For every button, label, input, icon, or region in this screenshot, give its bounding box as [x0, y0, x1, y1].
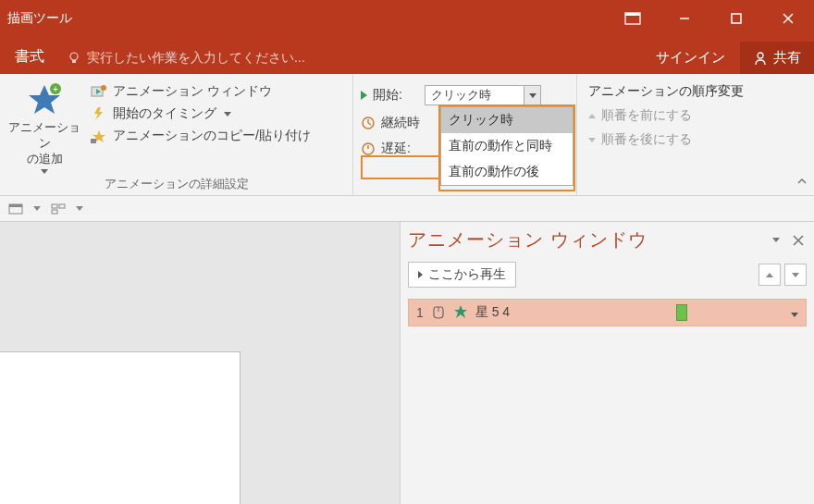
dropdown-option-with-previous[interactable]: 直前の動作と同時: [441, 133, 573, 159]
play-from-button[interactable]: ここから再生: [408, 262, 516, 288]
group-reorder: アニメーションの順序変更 順番を前にする 順番を後にする: [577, 74, 814, 195]
slide-canvas[interactable]: [0, 351, 240, 504]
svg-rect-3: [732, 14, 741, 23]
tell-me-placeholder: 実行したい作業を入力してください...: [87, 50, 305, 67]
svg-rect-1: [625, 13, 640, 16]
animation-pane-title: アニメーション ウィンドウ: [408, 227, 762, 252]
animation-timeline-bar[interactable]: [676, 304, 687, 321]
animation-object-name: 星 5 4: [475, 304, 510, 321]
svg-point-6: [70, 53, 78, 60]
add-animation-button[interactable]: + アニメーション の追加: [7, 78, 81, 174]
play-from-label: ここから再生: [428, 266, 506, 283]
maximize-button[interactable]: [710, 0, 762, 37]
group-advanced-animation: + アニメーション の追加 アニメーション ウィンドウ 開始のタイミング アニメ…: [0, 74, 353, 195]
move-later-label: 順番を後にする: [601, 131, 692, 148]
chevron-up-icon: [796, 175, 808, 188]
animation-item-menu-button[interactable]: [791, 305, 798, 320]
ribbon: + アニメーション の追加 アニメーション ウィンドウ 開始のタイミング アニメ…: [0, 74, 814, 196]
animation-painter-button[interactable]: アニメーションのコピー/貼り付け: [91, 128, 311, 144]
slide-edit-area[interactable]: [0, 222, 400, 504]
animation-painter-label: アニメーションのコピー/貼り付け: [113, 128, 311, 144]
move-earlier-label: 順番を前にする: [601, 107, 692, 124]
title-bar: 描画ツール: [0, 0, 814, 37]
animation-pane-icon: [91, 84, 107, 99]
share-person-icon: [753, 51, 768, 66]
play-start-icon: [361, 91, 367, 100]
outline-icon: [51, 203, 66, 215]
tell-me-search[interactable]: 実行したい作業を入力してください...: [59, 43, 641, 74]
svg-point-14: [101, 85, 106, 91]
collapse-ribbon-button[interactable]: [796, 175, 808, 191]
start-value: クリック時: [426, 87, 524, 104]
arrow-down-icon: [792, 273, 799, 277]
animation-pane-label: アニメーション ウィンドウ: [113, 83, 272, 100]
ribbon-tab-row: 書式 実行したい作業を入力してください... サインイン 共有: [0, 37, 814, 74]
delay-label: 遅延:: [381, 141, 427, 157]
pane-options-button[interactable]: [768, 232, 784, 249]
arrow-down-icon: [588, 138, 596, 142]
chevron-down-icon: [76, 206, 83, 211]
svg-rect-27: [52, 210, 57, 214]
svg-line-20: [368, 123, 371, 125]
entrance-star-icon: [453, 304, 468, 322]
view-shortcuts-bar: [0, 196, 814, 222]
reorder-title: アニメーションの順序変更: [588, 83, 807, 100]
animation-list-item[interactable]: 1 星 5 4: [408, 299, 807, 326]
move-down-button[interactable]: [784, 264, 807, 286]
thumbnail-icon: [8, 203, 23, 215]
duration-clock-icon: [361, 116, 376, 130]
minimize-button[interactable]: [659, 0, 710, 37]
move-earlier-button[interactable]: 順番を前にする: [588, 107, 807, 124]
start-dropdown[interactable]: クリック時: [425, 85, 541, 105]
dropdown-option-on-click[interactable]: クリック時: [441, 107, 573, 133]
sign-in-link[interactable]: サインイン: [641, 42, 740, 74]
animation-pane-button[interactable]: アニメーション ウィンドウ: [91, 83, 311, 100]
dropdown-option-after-previous[interactable]: 直前の動作の後: [441, 159, 573, 185]
chevron-down-icon: [524, 86, 540, 104]
delay-clock-icon: [361, 141, 376, 156]
minimize-icon: [678, 12, 691, 25]
share-button[interactable]: 共有: [740, 42, 814, 74]
tab-format[interactable]: 書式: [0, 40, 59, 74]
animation-index: 1: [416, 305, 424, 320]
close-icon: [793, 235, 804, 246]
thumbnail-view-button[interactable]: [6, 200, 26, 218]
close-button[interactable]: [762, 0, 814, 37]
svg-rect-17: [91, 139, 96, 143]
arrow-up-icon: [588, 114, 596, 118]
maximize-icon: [730, 12, 743, 25]
trigger-label: 開始のタイミング: [113, 105, 216, 122]
start-dropdown-popup: クリック時 直前の動作と同時 直前の動作の後: [440, 106, 574, 186]
animation-painter-icon: [91, 129, 107, 143]
move-up-button[interactable]: [758, 264, 781, 286]
lightbulb-icon: [67, 51, 81, 66]
svg-rect-25: [52, 204, 57, 208]
duration-label: 継続時: [381, 115, 427, 131]
move-later-button[interactable]: 順番を後にする: [588, 131, 807, 148]
share-label: 共有: [773, 49, 801, 67]
pane-close-button[interactable]: [790, 232, 807, 249]
workspace: アニメーション ウィンドウ ここから再生 1 星 5 4: [0, 222, 814, 504]
chevron-down-icon: [224, 112, 231, 117]
svg-marker-15: [94, 107, 103, 120]
ribbon-display-options-button[interactable]: [607, 12, 659, 25]
svg-rect-24: [9, 204, 22, 207]
add-animation-star-icon: +: [26, 81, 63, 118]
animation-pane: アニメーション ウィンドウ ここから再生 1 星 5 4: [400, 222, 814, 504]
start-label: 開始:: [373, 87, 419, 104]
arrow-up-icon: [766, 273, 773, 277]
svg-marker-31: [454, 305, 467, 318]
trigger-lightning-icon: [91, 106, 107, 121]
start-row: 開始: クリック時: [361, 85, 569, 105]
play-icon: [418, 271, 423, 278]
svg-rect-7: [72, 60, 76, 63]
group-label-advanced: アニメーションの詳細設定: [7, 174, 345, 194]
svg-text:+: +: [53, 84, 58, 94]
add-animation-label: アニメーション の追加: [7, 120, 81, 167]
svg-point-8: [758, 53, 763, 58]
chevron-down-icon: [33, 206, 41, 211]
contextual-tab-label: 描画ツール: [0, 10, 72, 27]
trigger-button[interactable]: 開始のタイミング: [91, 105, 311, 122]
outline-view-button[interactable]: [48, 200, 68, 218]
svg-rect-26: [59, 204, 65, 208]
